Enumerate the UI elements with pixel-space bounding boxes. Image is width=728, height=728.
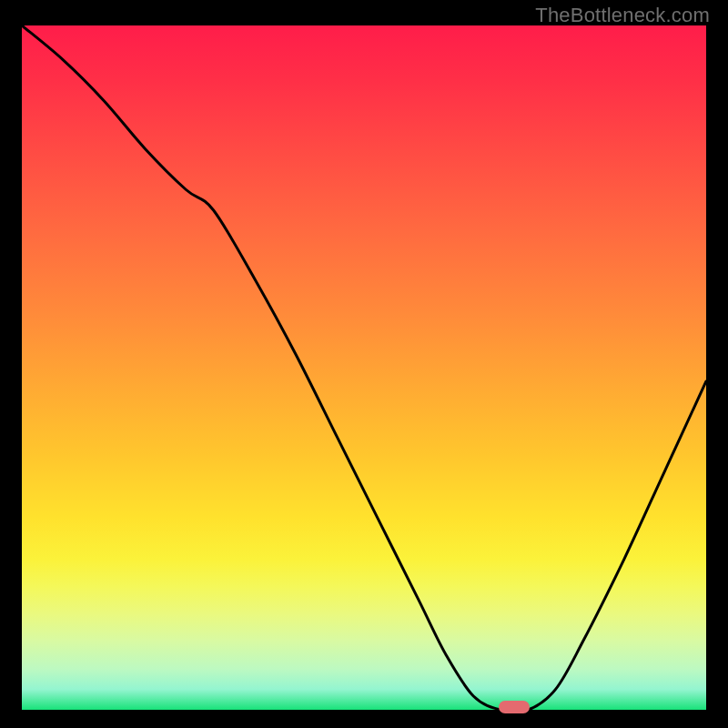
bottleneck-curve-svg — [22, 25, 706, 710]
watermark-text: TheBottleneck.com — [535, 4, 710, 27]
optimal-point-marker — [499, 701, 530, 713]
plot-area — [22, 25, 706, 710]
bottleneck-curve — [22, 25, 706, 710]
